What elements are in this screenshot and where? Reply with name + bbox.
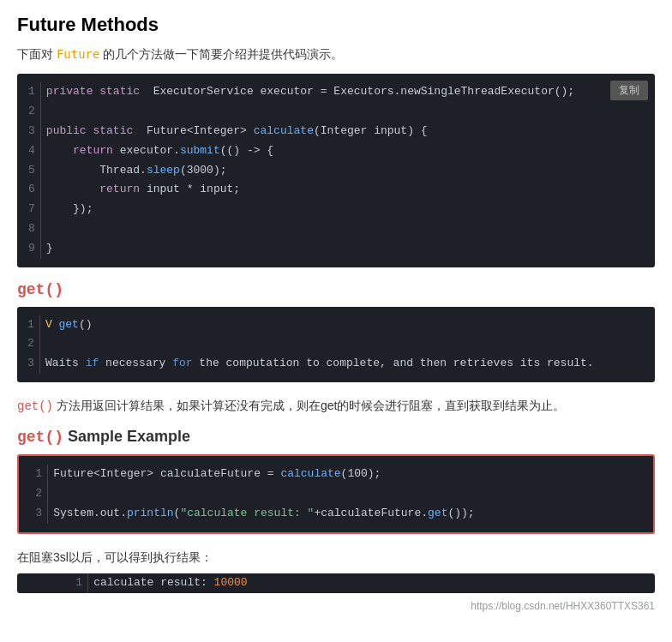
- table-row: 2: [19, 484, 653, 504]
- code-line: }: [40, 239, 655, 259]
- footer-url: https://blog.csdn.net/HHXX360TTXS361: [17, 600, 655, 612]
- get-sample-title: get() Sample Example: [17, 428, 655, 446]
- code-line: [39, 334, 655, 354]
- line-number: 2: [19, 484, 48, 504]
- line-number: 3: [19, 504, 48, 524]
- code-line: public static Future<Integer> calculate(…: [40, 122, 655, 141]
- code-line: private static ExecutorService executor …: [40, 82, 655, 102]
- table-row: 6 return input * input;: [17, 180, 655, 200]
- code-block-main: 复制 1 private static ExecutorService exec…: [17, 74, 655, 267]
- result-description: 在阻塞3sl以后，可以得到执行结果：: [17, 548, 655, 567]
- code-line: Future<Integer> calculateFuture = calcul…: [48, 465, 653, 484]
- table-row: 1 Future<Integer> calculateFuture = calc…: [19, 465, 653, 484]
- copy-button[interactable]: 复制: [610, 81, 648, 100]
- line-number: 2: [17, 334, 39, 354]
- code-line: calculate result: 10000: [88, 573, 655, 593]
- subtitle: 下面对 Future 的几个方法做一下简要介绍并提供代码演示。: [17, 45, 655, 63]
- table-row: 7 });: [17, 200, 655, 219]
- get-description: get() 方法用返回计算结果，如果计算还没有完成，则在get的时候会进行阻塞，…: [17, 396, 655, 416]
- code-block-get: 1 V get() 2 3 Waits if necessary for the…: [17, 307, 655, 382]
- code-line: V get(): [39, 315, 655, 335]
- table-row: 2: [17, 334, 655, 354]
- table-row: 9 }: [17, 239, 655, 259]
- code-line: Thread.sleep(3000);: [40, 161, 655, 181]
- line-number: 1: [17, 82, 40, 102]
- table-row: 1 calculate result: 10000: [17, 573, 655, 593]
- future-keyword: Future: [57, 47, 100, 61]
- code-block-result: 1 calculate result: 10000: [17, 573, 655, 593]
- get-inline-code: get(): [17, 399, 53, 413]
- table-row: 2: [17, 102, 655, 122]
- code-line: [48, 484, 653, 504]
- line-number: 9: [17, 239, 40, 259]
- table-row: 3 Waits if necessary for the computation…: [17, 354, 655, 374]
- code-line: return input * input;: [40, 180, 655, 200]
- code-line: });: [40, 200, 655, 219]
- code-line: [40, 219, 655, 239]
- line-number: 1: [17, 573, 88, 593]
- line-number: 5: [17, 161, 40, 181]
- line-number: 3: [17, 122, 40, 141]
- code-table-get: 1 V get() 2 3 Waits if necessary for the…: [17, 315, 655, 374]
- line-number: 8: [17, 219, 40, 239]
- line-number: 2: [17, 102, 40, 122]
- code-block-get-sample: 1 Future<Integer> calculateFuture = calc…: [17, 454, 655, 533]
- code-line: [40, 102, 655, 122]
- line-number: 6: [17, 180, 40, 200]
- code-table-main: 1 private static ExecutorService executo…: [17, 82, 655, 258]
- code-line: Waits if necessary for the computation t…: [39, 354, 655, 374]
- table-row: 5 Thread.sleep(3000);: [17, 161, 655, 181]
- table-row: 3 public static Future<Integer> calculat…: [17, 122, 655, 141]
- line-number: 7: [17, 200, 40, 219]
- page-title: Future Methods: [17, 14, 655, 36]
- line-number: 3: [17, 354, 39, 374]
- table-row: 3 System.out.println("calculate result: …: [19, 504, 653, 524]
- code-line: System.out.println("calculate result: "+…: [48, 504, 653, 524]
- table-row: 8: [17, 219, 655, 239]
- code-line: return executor.submit(() -> {: [40, 141, 655, 161]
- get-sample-title-text: Sample Example: [63, 428, 190, 445]
- line-number: 1: [17, 315, 39, 335]
- get-section-title: get(): [17, 281, 655, 298]
- code-table-result: 1 calculate result: 10000: [17, 573, 655, 593]
- line-number: 1: [19, 465, 48, 484]
- code-table-get-sample: 1 Future<Integer> calculateFuture = calc…: [19, 465, 653, 523]
- table-row: 1 private static ExecutorService executo…: [17, 82, 655, 102]
- get-sample-title-code: get(): [17, 429, 63, 446]
- table-row: 4 return executor.submit(() -> {: [17, 141, 655, 161]
- line-number: 4: [17, 141, 40, 161]
- table-row: 1 V get(): [17, 315, 655, 335]
